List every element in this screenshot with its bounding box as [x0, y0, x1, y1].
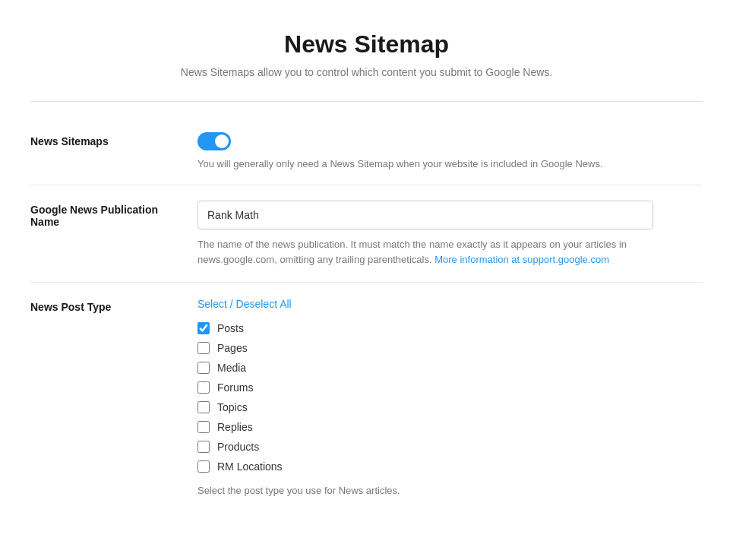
news-sitemaps-hint: You will generally only need a News Site…	[197, 158, 703, 169]
list-item: RM Locations	[197, 460, 703, 473]
header-divider	[30, 101, 703, 102]
news-sitemaps-control: You will generally only need a News Site…	[197, 132, 703, 169]
news-sitemaps-toggle[interactable]	[197, 132, 231, 150]
label-forums[interactable]: Forums	[217, 381, 253, 394]
checkbox-pages[interactable]	[197, 342, 210, 354]
news-post-type-row: News Post Type Select / Deselect All Pos…	[30, 283, 703, 511]
label-replies[interactable]: Replies	[217, 421, 253, 433]
publication-name-description: The name of the news publication. It mus…	[197, 237, 653, 267]
publication-name-input[interactable]	[197, 201, 653, 229]
label-rm-locations[interactable]: RM Locations	[217, 460, 283, 473]
checkbox-rm-locations[interactable]	[197, 460, 210, 473]
post-type-checkbox-list: Posts Pages Media Forums	[197, 322, 703, 473]
page-container: News Sitemap News Sitemaps allow you to …	[0, 0, 733, 542]
list-item: Topics	[197, 401, 703, 413]
label-products[interactable]: Products	[217, 441, 259, 453]
post-type-hint: Select the post type you use for News ar…	[197, 485, 703, 496]
page-title: News Sitemap	[30, 30, 703, 59]
publication-name-link[interactable]: More information at support.google.com	[434, 254, 609, 265]
checkbox-topics[interactable]	[197, 401, 210, 413]
checkbox-posts[interactable]	[197, 322, 210, 334]
list-item: Replies	[197, 421, 703, 433]
list-item: Products	[197, 441, 703, 453]
news-post-type-label: News Post Type	[30, 298, 197, 313]
news-sitemaps-row: News Sitemaps You will generally only ne…	[30, 117, 703, 185]
news-post-type-control: Select / Deselect All Posts Pages Media	[197, 298, 703, 496]
checkbox-media[interactable]	[197, 362, 210, 374]
checkbox-products[interactable]	[197, 441, 210, 453]
page-subtitle: News Sitemaps allow you to control which…	[30, 66, 703, 78]
label-posts[interactable]: Posts	[217, 322, 244, 334]
list-item: Posts	[197, 322, 703, 334]
checkbox-replies[interactable]	[197, 421, 210, 433]
list-item: Media	[197, 362, 703, 374]
label-topics[interactable]: Topics	[217, 401, 248, 413]
publication-name-label: Google News Publication Name	[30, 201, 197, 228]
publication-name-row: Google News Publication Name The name of…	[30, 185, 703, 283]
publication-name-control: The name of the news publication. It mus…	[197, 201, 703, 267]
select-deselect-all-link[interactable]: Select / Deselect All	[197, 298, 292, 310]
list-item: Pages	[197, 342, 703, 354]
list-item: Forums	[197, 381, 703, 394]
checkbox-forums[interactable]	[197, 381, 210, 394]
page-header: News Sitemap News Sitemaps allow you to …	[30, 30, 703, 78]
label-media[interactable]: Media	[217, 362, 246, 374]
toggle-slider	[197, 132, 231, 150]
label-pages[interactable]: Pages	[217, 342, 248, 354]
news-sitemaps-label: News Sitemaps	[30, 132, 197, 147]
